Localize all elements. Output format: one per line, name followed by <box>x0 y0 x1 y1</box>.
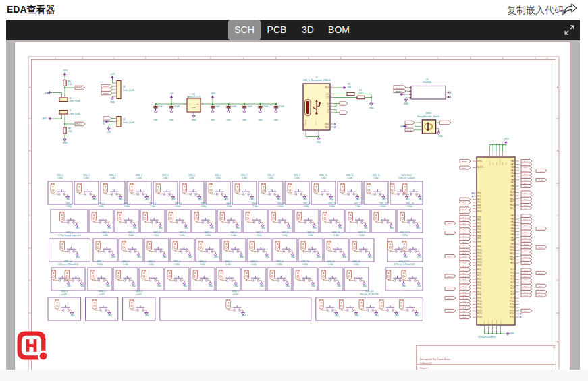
svg-text:SW1_10: SW1_10 <box>328 202 336 205</box>
svg-text:D_N: D_N <box>341 103 344 105</box>
svg-text:PA8: PA8 <box>511 185 514 187</box>
svg-text:PC0: PC0 <box>511 268 515 271</box>
svg-text:SBU1: SBU1 <box>325 123 329 125</box>
svg-text:1.75u_dkeyed_caps_lock: 1.75u_dkeyed_caps_lock <box>58 234 81 237</box>
svg-text:1.00u: 1.00u <box>136 177 142 179</box>
svg-text:1.00u: 1.00u <box>321 177 326 179</box>
svg-text:Conn_01x02: Conn_01x02 <box>69 100 80 102</box>
svg-text:VDDIO2: VDDIO2 <box>499 158 501 165</box>
svg-text:1.00u: 1.00u <box>355 205 360 208</box>
svg-text:1.00u: 1.00u <box>128 234 134 237</box>
svg-text:SW1_7: SW1_7 <box>252 202 259 205</box>
svg-text:SW0_8: SW0_8 <box>267 174 274 177</box>
svg-text:GND: GND <box>510 332 515 335</box>
svg-text:STM32F072RBT6: STM32F072RBT6 <box>478 336 496 339</box>
svg-text:NRST: NRST <box>477 160 483 163</box>
svg-text:SW0_12: SW0_12 <box>372 174 380 177</box>
svg-text:PB2: PB2 <box>511 221 515 223</box>
svg-text:A4: A4 <box>331 122 333 123</box>
svg-text:SW2_0: SW2_0 <box>66 231 73 234</box>
svg-text:+3V3: +3V3 <box>41 117 47 120</box>
svg-text:PF2: PF2 <box>477 198 481 201</box>
svg-text:PE8: PE8 <box>477 241 481 243</box>
svg-text:1.00u: 1.00u <box>347 177 352 179</box>
svg-text:1.00u: 1.00u <box>200 263 205 266</box>
svg-text:SW0_3: SW0_3 <box>136 174 142 177</box>
svg-text:SW0_6: SW0_6 <box>215 174 221 177</box>
svg-text:PC15: PC15 <box>510 316 514 318</box>
svg-text:100nF: 100nF <box>174 105 180 108</box>
svg-text:6: 6 <box>373 57 374 60</box>
svg-text:J6: J6 <box>426 78 429 81</box>
svg-text:100nF: 100nF <box>232 105 237 108</box>
svg-text:A1: A1 <box>315 131 317 134</box>
svg-text:GND: GND <box>226 119 230 121</box>
svg-text:PC12: PC12 <box>510 306 514 309</box>
svg-text:PC11: PC11 <box>510 303 514 305</box>
svg-text:1.00u: 1.00u <box>180 234 185 237</box>
svg-text:C: C <box>29 214 31 217</box>
svg-text:SWDIO: SWDIO <box>103 89 109 91</box>
svg-text:BOOT: BOOT <box>76 123 82 125</box>
svg-text:1.00u: 1.00u <box>252 205 258 208</box>
svg-text:ENC_B: ENC_B <box>406 129 412 131</box>
svg-text:B: B <box>557 150 559 152</box>
svg-text:1.00u: 1.00u <box>123 263 128 266</box>
svg-text:1.00u: 1.00u <box>99 205 104 208</box>
svg-text:VSS: VSS <box>483 320 485 324</box>
svg-text:SW3_9: SW3_9 <box>276 260 283 263</box>
svg-text:A4: A4 <box>331 86 333 87</box>
svg-text:GND: GND <box>316 141 321 144</box>
svg-text:SW1_1: SW1_1 <box>98 202 105 205</box>
svg-text:PB4: PB4 <box>511 227 515 230</box>
svg-text:A4: A4 <box>331 125 333 127</box>
svg-text:PE5: PE5 <box>477 231 481 234</box>
svg-text:VBAT: VBAT <box>489 160 491 165</box>
svg-text:1.00u: 1.00u <box>328 263 333 266</box>
svg-text:R3: R3 <box>348 83 350 86</box>
svg-text:PA9: PA9 <box>511 188 514 191</box>
svg-text:RESET: RESET <box>462 160 467 162</box>
svg-text:SW0_10: SW0_10 <box>319 174 327 177</box>
svg-text:PD8: PD8 <box>477 293 481 296</box>
svg-text:1.00u: 1.00u <box>359 234 365 237</box>
svg-text:SWCLK: SWCLK <box>103 86 109 88</box>
svg-text:PE10: PE10 <box>477 249 482 252</box>
svg-text:10uF: 10uF <box>159 105 163 108</box>
svg-text:PE6: PE6 <box>477 235 481 237</box>
svg-text:D-: D- <box>327 109 329 111</box>
svg-text:A4: A4 <box>331 92 333 94</box>
svg-text:1: 1 <box>55 57 56 60</box>
svg-text:PE12: PE12 <box>477 255 482 258</box>
svg-text:GND: GND <box>258 119 262 121</box>
svg-text:SW4_2: SW4_2 <box>136 290 142 293</box>
svg-text:SW0_5: SW0_5 <box>188 174 195 177</box>
svg-text:4x1.25u_or_5x1.00u: 4x1.25u_or_5x1.00u <box>360 293 379 295</box>
svg-text:SW2_10: SW2_10 <box>332 231 340 234</box>
svg-text:+5V: +5V <box>169 92 174 95</box>
svg-text:VSS: VSS <box>487 320 489 324</box>
svg-text:J4: J4 <box>123 118 126 121</box>
svg-text:PC5: PC5 <box>511 285 515 287</box>
svg-text:1.00u: 1.00u <box>257 234 262 237</box>
svg-text:GND: GND <box>192 107 196 109</box>
svg-text:SW3_10: SW3_10 <box>301 260 309 263</box>
svg-text:1.00u: 1.00u <box>84 177 89 179</box>
svg-text:2.25u: 2.25u <box>402 234 408 237</box>
svg-text:E: E <box>557 341 559 343</box>
svg-text:5.1k: 5.1k <box>68 83 72 86</box>
svg-text:VDD: VDD <box>496 162 498 165</box>
svg-text:PF0: PF0 <box>477 192 481 194</box>
svg-text:1.00u: 1.00u <box>294 177 300 179</box>
svg-text:1.00u: 1.00u <box>242 177 247 179</box>
svg-text:PA5: PA5 <box>511 175 514 178</box>
svg-text:PC9: PC9 <box>511 297 515 299</box>
svg-text:VSS: VSS <box>500 320 502 324</box>
svg-text:GND: GND <box>369 107 374 109</box>
svg-text:PD5: PD5 <box>477 284 481 287</box>
svg-text:GND: GND <box>274 119 278 121</box>
svg-text:1.00u: 1.00u <box>329 205 335 208</box>
svg-text:PB12: PB12 <box>510 252 514 255</box>
svg-text:SW2_6: SW2_6 <box>230 231 237 234</box>
svg-text:SW4_0: SW4_0 <box>61 290 68 293</box>
